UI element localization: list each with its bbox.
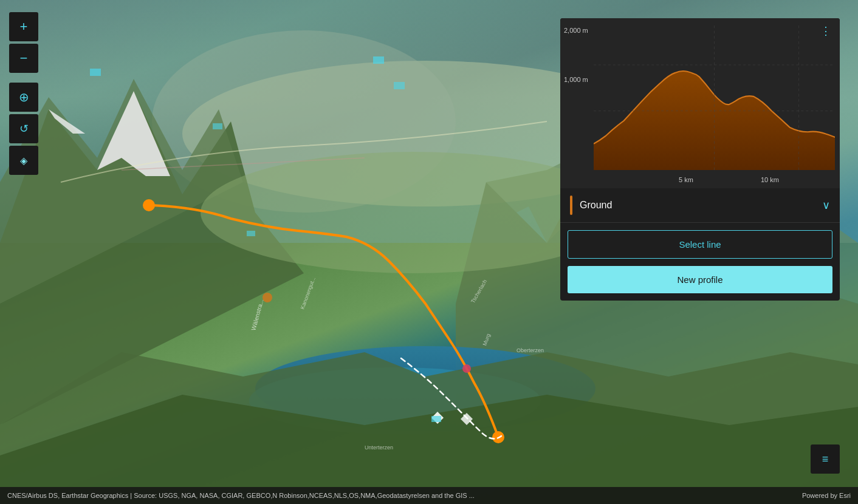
ground-chevron-icon: ∨ (822, 199, 830, 212)
svg-rect-31 (213, 123, 222, 129)
ground-label: Ground (580, 200, 822, 211)
toolbar: + − ⊕ ↺ ◈ (9, 12, 38, 175)
select-line-button[interactable]: Select line (568, 230, 832, 259)
svg-text:Unterterzen: Unterterzen (365, 444, 393, 451)
y-label-2000: 2,000 m (564, 27, 588, 34)
x-label-10km: 10 km (761, 176, 779, 183)
ground-selector[interactable]: Ground ∨ (560, 188, 840, 223)
svg-point-14 (143, 199, 155, 211)
layer-button[interactable]: ◈ (9, 146, 38, 175)
svg-rect-28 (394, 82, 405, 89)
attribution-text: CNES/Airbus DS, Earthstar Geographics | … (7, 492, 475, 499)
svg-text:Kanonengut...: Kanonengut... (299, 276, 317, 310)
svg-rect-30 (431, 416, 441, 422)
svg-point-23 (462, 364, 471, 373)
attribution-bar: CNES/Airbus DS, Earthstar Geographics | … (0, 487, 858, 504)
svg-text:Oberterzen: Oberterzen (517, 347, 544, 353)
powered-by-text: Powered by Esri (802, 492, 851, 499)
x-label-5km: 5 km (679, 176, 693, 183)
pan-button[interactable]: ⊕ (9, 83, 38, 112)
profile-panel: ⋮ 2,000 m 1,000 m 5 km 10 km (560, 18, 840, 301)
elevation-chart: 2,000 m 1,000 m 5 km 10 km (560, 18, 840, 188)
panel-menu-button[interactable]: ⋮ (820, 24, 832, 38)
y-label-1000: 1,000 m (564, 76, 588, 83)
zoom-out-button[interactable]: − (9, 44, 38, 73)
new-profile-button[interactable]: New profile (568, 266, 832, 293)
svg-text:Wälenstra...: Wälenstra... (250, 298, 264, 331)
svg-rect-27 (373, 56, 384, 64)
svg-rect-26 (90, 69, 101, 76)
ground-color-bar (570, 196, 572, 215)
zoom-in-button[interactable]: + (9, 12, 38, 41)
rotate-button[interactable]: ↺ (9, 114, 38, 143)
svg-rect-29 (247, 231, 255, 236)
hamburger-button[interactable]: ≡ (811, 444, 840, 474)
chart-svg (594, 26, 835, 170)
